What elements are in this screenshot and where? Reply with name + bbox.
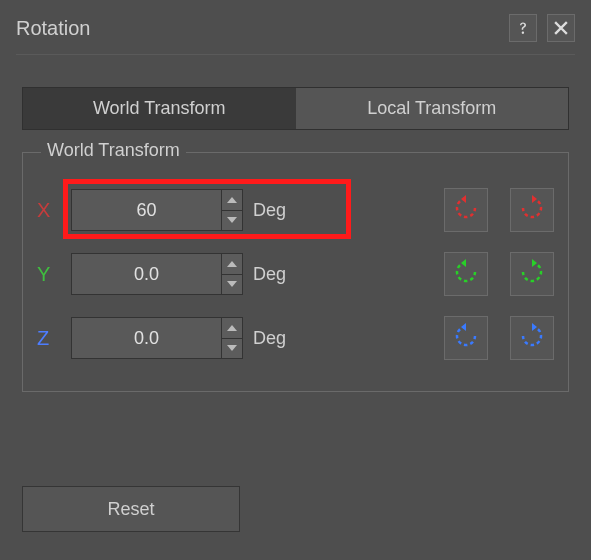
tab-local-transform[interactable]: Local Transform [296,88,569,129]
z-rotate-cw-button[interactable] [510,316,554,360]
transform-tabs: World Transform Local Transform [22,87,569,130]
z-unit-label: Deg [253,328,299,349]
x-unit-label: Deg [253,200,299,221]
y-spinner [71,253,243,295]
rotate-ccw-icon [452,258,480,290]
axis-label-y: Y [37,263,71,286]
x-rotate-ccw-button[interactable] [444,188,488,232]
rotation-panel: Rotation World Transform Local Transform… [0,0,591,560]
help-button[interactable] [509,14,537,42]
close-icon [554,21,568,35]
tab-world-transform[interactable]: World Transform [23,88,296,129]
chevron-up-icon [227,261,237,267]
axis-row-z: Z Deg [37,313,554,363]
y-step-down[interactable] [222,274,242,295]
panel-title: Rotation [16,17,499,40]
z-spin-buttons [221,317,243,359]
group-label: World Transform [41,140,186,161]
y-rotate-cw-button[interactable] [510,252,554,296]
divider [16,54,575,55]
z-step-down[interactable] [222,338,242,359]
y-step-up[interactable] [222,254,242,274]
axis-label-z: Z [37,327,71,350]
y-value-input[interactable] [71,253,221,295]
z-value-input[interactable] [71,317,221,359]
y-rotate-ccw-button[interactable] [444,252,488,296]
close-button[interactable] [547,14,575,42]
x-step-down[interactable] [222,210,242,231]
chevron-down-icon [227,217,237,223]
x-step-up[interactable] [222,190,242,210]
z-step-up[interactable] [222,318,242,338]
rotate-ccw-icon [452,322,480,354]
world-transform-group: World Transform X Deg [22,152,569,392]
chevron-up-icon [227,197,237,203]
rotate-cw-icon [518,258,546,290]
axis-row-x: X Deg [37,185,554,235]
x-value-input[interactable] [71,189,221,231]
chevron-down-icon [227,345,237,351]
rotate-ccw-icon [452,194,480,226]
rotate-cw-icon [518,194,546,226]
help-icon [515,20,531,36]
panel-header: Rotation [16,14,575,42]
x-spinner [71,189,243,231]
axis-row-y: Y Deg [37,249,554,299]
y-unit-label: Deg [253,264,299,285]
z-rotate-ccw-button[interactable] [444,316,488,360]
axis-label-x: X [37,199,71,222]
z-spinner [71,317,243,359]
y-spin-buttons [221,253,243,295]
x-spin-buttons [221,189,243,231]
chevron-up-icon [227,325,237,331]
rotate-cw-icon [518,322,546,354]
chevron-down-icon [227,281,237,287]
reset-button[interactable]: Reset [22,486,240,532]
x-rotate-cw-button[interactable] [510,188,554,232]
